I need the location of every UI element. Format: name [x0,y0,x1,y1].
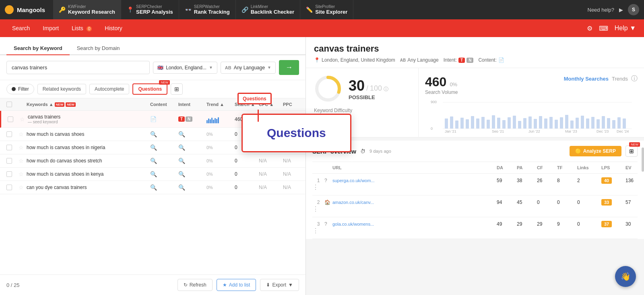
new-badge: NEW [159,80,170,85]
star-icon[interactable]: ☆ [19,158,24,164]
export-button[interactable]: ⬇ Export ▼ [260,279,299,291]
nav-siteprofiler[interactable]: ✏️ SiteProfiler Site Explorer [300,0,353,19]
logo-text: Mangools [17,6,45,13]
keyword-name: canvas trainers [28,114,150,120]
serp-url-3[interactable]: gola.co.uk/womens... [332,222,497,226]
svg-text:Jan '21: Jan '21 [445,129,456,133]
monthly-searches-tab[interactable]: Monthly Searches [564,76,609,82]
search-intent-icon[interactable]: 🔍 [178,158,185,164]
filter-button[interactable]: Filter [6,84,34,94]
serp-grid-button[interactable]: ⊞ [625,145,638,157]
chat-widget-button[interactable]: 👋 [615,266,636,287]
search-tabs: Search by Keyword Search by Domain [0,37,305,55]
serpchecker-name: SERP Analysis [136,9,173,15]
row-checkbox[interactable] [6,158,12,164]
serpchecker-icon: 📍 [127,6,134,13]
nav-import[interactable]: Import [37,23,64,34]
star-icon[interactable]: ☆ [19,144,24,151]
analyze-serp-button[interactable]: 🟡 Analyze SERP [570,146,621,156]
trend-bar-8 [218,117,219,123]
star-icon[interactable]: ☆ [20,116,25,123]
nav-serpchecker[interactable]: 📍 SERPChecker SERP Analysis [121,0,179,19]
search-serp-icon[interactable]: 🔍 [150,144,157,151]
svg-rect-20 [518,121,521,129]
svg-rect-30 [570,120,574,129]
scroll-bar[interactable] [642,148,644,172]
nav-search[interactable]: Search [6,23,35,34]
search-serp-icon[interactable]: 🔍 [150,131,157,137]
search-intent-icon[interactable]: 🔍 [178,144,185,151]
nav-history[interactable]: History [99,23,128,34]
keyboard-icon[interactable]: ⌨ [597,23,610,34]
star-icon[interactable]: ☆ [19,131,24,137]
serp-grid-btn-wrapper: ⊞ NEW [625,145,638,157]
trends-tab[interactable]: Trends [612,76,628,82]
search-submit-button[interactable]: → [279,60,299,75]
grid-view-button[interactable]: ⊞ [171,83,183,95]
star-icon[interactable]: ☆ [19,184,24,191]
search-intent-icon[interactable]: 🔍 [178,131,185,137]
left-panel-inner: Search by Keyword Search by Domain 🇬🇧 Lo… [0,37,305,295]
svg-rect-39 [617,117,621,129]
search-serp-icon[interactable]: 🔍 [150,171,157,177]
row-checkbox[interactable] [6,145,12,150]
related-keywords-tab[interactable]: Related keywords [37,84,86,94]
logo[interactable]: Mangools [5,5,45,14]
location-selector[interactable]: 🇬🇧 London, England... ▼ [153,62,217,74]
nav-linkminer[interactable]: 🔗 LinkMiner Backlink Checker [236,0,300,19]
kwfinder-icon: 🔑 [59,6,66,13]
serp-pa-1: 38 [517,178,537,183]
col-checkbox-header [6,102,19,107]
autocomplete-tab[interactable]: Autocomplete [89,84,129,94]
row-checkbox[interactable] [6,131,12,137]
volume-score-row: 460 0% [425,75,458,89]
svg-rect-19 [513,116,516,129]
tab-search-by-domain[interactable]: Search by Domain [70,42,127,55]
search-serp-icon[interactable]: 🔍 [150,158,157,164]
col-ppc-header[interactable]: PPC [283,102,299,107]
row-checkbox[interactable] [6,185,12,190]
help-btn[interactable]: Help ▼ [613,23,638,33]
kd-info-icon[interactable]: ⓘ [384,86,388,93]
keyword-input[interactable] [6,61,150,74]
language-selector[interactable]: AB Any Language ▼ [221,62,276,74]
kd-score: 30 [349,77,365,94]
more-options-icon-2[interactable]: ⋮ [312,205,324,213]
location-chevron: ▼ [209,65,213,70]
more-options-icon-1[interactable]: ⋮ [312,183,324,191]
serp-da-1: 59 [497,178,517,183]
col-trend-header[interactable]: Trend ▲ [206,102,235,107]
linkminer-sub: LinkMiner [251,4,294,9]
serp-url-1[interactable]: superga.co.uk/wom... [332,178,497,183]
serp-url-2[interactable]: amazon.co.uk/canv... [332,200,497,205]
star-icon[interactable]: ☆ [19,171,24,177]
search-intent-icon[interactable]: 🔍 [178,171,185,177]
chart-info-icon[interactable]: ⓘ [631,75,638,83]
nav-kwfinder[interactable]: 🔑 KWFinder Keyword Research [53,0,121,19]
tab-search-by-keyword[interactable]: Search by Keyword [6,42,70,55]
user-avatar[interactable]: S [628,4,639,15]
questions-tab[interactable]: Questions [132,83,167,95]
svg-rect-32 [581,116,584,129]
serp-cf-1: 26 [537,178,557,183]
row-checkbox[interactable] [6,171,12,177]
nav-lists[interactable]: Lists 0 [66,23,97,34]
refresh-button[interactable]: ↻ Refresh [178,279,213,291]
serp-links-2: 0 [577,199,601,205]
bottom-bar: 0 / 25 ↻ Refresh ★ Add to list ⬇ Export … [0,274,305,295]
table-row: ☆ how much do canvas shoes stretch 🔍 🔍 0… [0,154,305,168]
search-serp-icon[interactable]: 🔍 [150,184,157,191]
col-keywords-header[interactable]: Keywords ▲ NEW NEW [27,102,150,107]
chart-tabs: Monthly Searches Trends ⓘ [564,75,638,83]
settings-icon[interactable]: ⚙ [585,23,594,34]
filter-dot-icon [12,87,16,91]
nav-serpwatcher[interactable]: 👓 SERPWatcher Rank Tracking [179,0,236,19]
row-checkbox[interactable] [8,116,13,122]
intent-t-badge: T [178,116,185,122]
svg-text:900: 900 [431,100,437,104]
col-intent-header[interactable]: Intent [178,102,206,107]
add-to-list-button[interactable]: ★ Add to list [217,279,256,291]
search-intent-icon[interactable]: 🔍 [178,184,185,191]
col-content-header[interactable]: Content [150,102,178,107]
more-options-icon-3[interactable]: ⋮ [312,227,324,235]
